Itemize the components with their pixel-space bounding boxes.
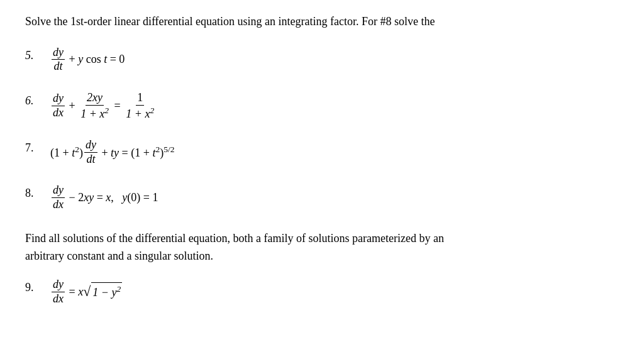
sqrt-content-9: 1 − y2 [91, 282, 122, 301]
equals-6: = [111, 97, 123, 114]
problem-5-content: dy dt + y cos t = 0 [50, 46, 125, 74]
expr-7-left: (1 + t2) [50, 143, 83, 162]
dy-dx-frac-6: dy dx [52, 92, 65, 119]
numerator-dy: dy [52, 46, 65, 60]
intro-paragraph: Solve the 1st-order linear differential … [25, 13, 619, 31]
dy-dx-frac-9: dy dx [52, 278, 65, 306]
problem-6-content: dy dx + 2xy 1 + x2 = 1 1 + x2 [50, 91, 157, 121]
num-dy-7: dy [84, 138, 97, 153]
expr-8-right: − 2xy = x, y(0) = 1 [66, 189, 158, 206]
problem-9-number: 9. [25, 278, 50, 296]
2xy-frac-6: 2xy 1 + x2 [79, 91, 110, 121]
num-2xy: 2xy [86, 91, 104, 106]
problem-list: 5. dy dt + y cos t = 0 6. dy dx + 2xy 1 … [25, 46, 619, 212]
problem-6-item: 6. dy dx + 2xy 1 + x2 = 1 1 + x2 [25, 91, 619, 121]
sqrt-symbol-9: √ [83, 285, 91, 299]
problem-8-number: 8. [25, 184, 50, 202]
problem-9-item: 9. dy dx = x √ 1 − y2 [25, 278, 619, 306]
problem-5-number: 5. [25, 46, 50, 64]
problem-8-content: dy dx − 2xy = x, y(0) = 1 [50, 184, 158, 211]
den-dx-6: dx [52, 106, 65, 120]
expr-7-right: + ty = (1 + t2)5/2 [99, 143, 174, 162]
problem-7-content: (1 + t2) dy dt + ty = (1 + t2)5/2 [50, 138, 174, 166]
dy-dx-frac-8: dy dx [52, 184, 65, 211]
den-dx-8: dx [52, 198, 65, 212]
section2-line1: Find all solutions of the differential e… [25, 229, 619, 248]
den-dt-7: dt [85, 153, 96, 167]
problem-9-content: dy dx = x √ 1 − y2 [50, 278, 122, 306]
num-dy-9: dy [52, 278, 65, 292]
den-1x2: 1 + x2 [79, 106, 110, 121]
section2-paragraph: Find all solutions of the differential e… [25, 229, 619, 266]
problem-8-item: 8. dy dx − 2xy = x, y(0) = 1 [25, 184, 619, 211]
problem-5-item: 5. dy dt + y cos t = 0 [25, 46, 619, 74]
den-dx-9: dx [52, 292, 65, 306]
intro-line1: Solve the 1st-order linear differential … [25, 13, 619, 31]
dy-dt-frac-7: dy dt [84, 138, 97, 166]
sqrt-expr-9: √ 1 − y2 [83, 282, 122, 301]
plus-6: + [66, 97, 78, 114]
num-one: 1 [136, 91, 144, 106]
equals-9: = x [66, 284, 83, 301]
problem-6-number: 6. [25, 91, 50, 109]
dy-dt-frac: dy dt [52, 46, 65, 74]
section2-line2: arbitrary constant and a singular soluti… [25, 247, 619, 265]
problem-7-item: 7. (1 + t2) dy dt + ty = (1 + t2)5/2 [25, 138, 619, 166]
one-frac-6: 1 1 + x2 [125, 91, 155, 121]
problem-7-number: 7. [25, 138, 50, 157]
num-dy-8: dy [52, 184, 65, 198]
denominator-dt: dt [52, 60, 64, 74]
num-dy-6: dy [52, 92, 65, 106]
plus-sign-5: + y cos t = 0 [66, 51, 125, 68]
den-1x2b: 1 + x2 [125, 106, 155, 121]
